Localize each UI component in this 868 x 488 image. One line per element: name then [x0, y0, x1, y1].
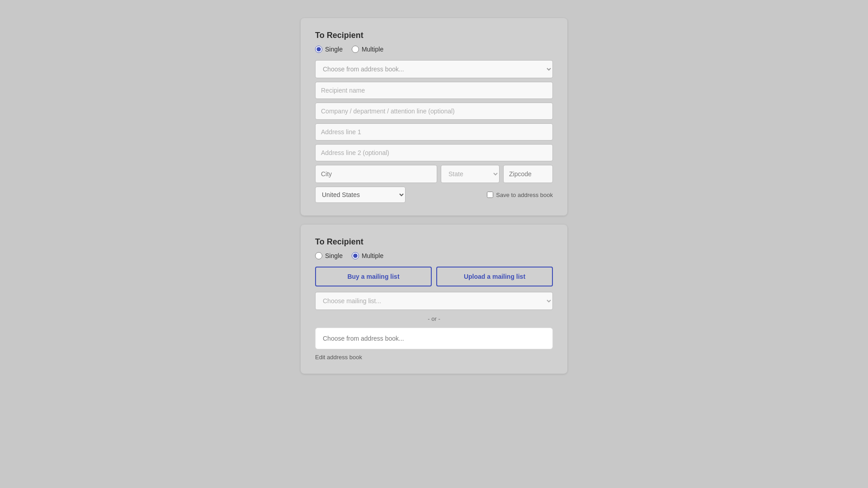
multiple-radio-text: Multiple	[362, 46, 383, 53]
recipient-name-input[interactable]	[315, 82, 553, 99]
address-line1-input[interactable]	[315, 123, 553, 141]
country-select[interactable]: United States	[315, 187, 406, 203]
save-address-label[interactable]: Save to address book	[487, 192, 553, 198]
zipcode-input[interactable]	[503, 165, 553, 183]
to-recipient-single-card: To Recipient Single Multiple Choose from…	[301, 18, 567, 216]
country-save-row: United States Save to address book	[315, 187, 553, 203]
mailing-list-btn-group: Buy a mailing list Upload a mailing list	[315, 267, 553, 286]
multiple-radio-label-2[interactable]: Multiple	[352, 252, 383, 259]
single-radio-text: Single	[325, 46, 343, 53]
multiple-radio-input-2[interactable]	[352, 252, 359, 259]
single-radio-input-2[interactable]	[315, 252, 322, 259]
edit-address-book-link[interactable]: Edit address book	[315, 354, 362, 361]
single-radio-text-2: Single	[325, 252, 343, 259]
city-state-zip-row: State	[315, 165, 553, 183]
address-book-input-wrapper	[315, 328, 553, 349]
single-radio-label-2[interactable]: Single	[315, 252, 343, 259]
multiple-radio-input[interactable]	[352, 46, 359, 53]
single-radio-input[interactable]	[315, 46, 322, 53]
recipient-type-radio-group-2: Single Multiple	[315, 252, 553, 259]
save-address-text: Save to address book	[496, 192, 553, 198]
to-recipient-multiple-card: To Recipient Single Multiple Buy a maili…	[301, 225, 567, 374]
recipient-type-radio-group: Single Multiple	[315, 46, 553, 53]
address-book-select[interactable]: Choose from address book...	[315, 60, 553, 78]
upload-mailing-list-button[interactable]: Upload a mailing list	[436, 267, 553, 286]
address-book-input[interactable]	[323, 335, 545, 342]
address-line2-input[interactable]	[315, 144, 553, 161]
state-select[interactable]: State	[441, 165, 500, 183]
multiple-radio-text-2: Multiple	[362, 252, 383, 259]
multiple-radio-label[interactable]: Multiple	[352, 46, 383, 53]
or-divider: - or -	[315, 315, 553, 322]
save-address-checkbox[interactable]	[487, 192, 493, 198]
mailing-list-select[interactable]: Choose mailing list...	[315, 292, 553, 310]
company-input[interactable]	[315, 103, 553, 120]
single-radio-label[interactable]: Single	[315, 46, 343, 53]
card1-title: To Recipient	[315, 31, 553, 40]
buy-mailing-list-button[interactable]: Buy a mailing list	[315, 267, 432, 286]
card2-title: To Recipient	[315, 237, 553, 247]
city-input[interactable]	[315, 165, 437, 183]
